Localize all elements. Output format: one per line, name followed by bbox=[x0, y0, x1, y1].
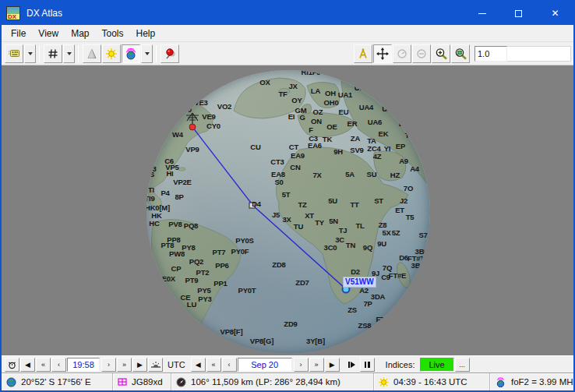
time-fwd-slow-button[interactable]: › bbox=[101, 358, 116, 372]
time-back-fast-button[interactable]: ◀ bbox=[20, 358, 35, 372]
alarm-button[interactable] bbox=[5, 358, 19, 372]
pause-icon bbox=[365, 362, 370, 368]
prefix-label-ZD7: ZD7 bbox=[295, 278, 309, 287]
grid-dropdown[interactable] bbox=[63, 44, 75, 63]
prefix-label-9H: 9H bbox=[333, 147, 343, 156]
pin-button[interactable] bbox=[161, 44, 179, 63]
prefix-label-SV9: SV9 bbox=[350, 146, 363, 154]
measure-button[interactable] bbox=[354, 44, 372, 63]
prefix-label-TI: TI bbox=[148, 185, 154, 194]
prefix-label-VP8[F]: VP8[F] bbox=[220, 327, 243, 336]
date-fwd-med-button[interactable]: » bbox=[309, 358, 324, 372]
menu-bar: File View Map Tools Help bbox=[2, 25, 573, 42]
globe-arcs-icon bbox=[124, 48, 138, 60]
menu-help[interactable]: Help bbox=[130, 26, 162, 41]
indices-more-button[interactable]: ... bbox=[455, 358, 470, 372]
date-back-med-button[interactable]: « bbox=[206, 358, 221, 372]
zoom-window-button[interactable] bbox=[451, 44, 470, 63]
date-field[interactable]: Sep 20 bbox=[238, 358, 292, 372]
prefix-label-ZD9: ZD9 bbox=[284, 320, 297, 328]
prefix-label-EP: EP bbox=[396, 142, 405, 150]
date-fwd-slow-button[interactable]: › bbox=[294, 358, 309, 372]
shrink-button[interactable] bbox=[412, 44, 431, 63]
rotate-button[interactable] bbox=[393, 44, 411, 63]
prefix-label-PT8: PT8 bbox=[161, 241, 175, 249]
prefix-label-9U: 9U bbox=[377, 239, 386, 248]
zoom-value-input[interactable] bbox=[474, 46, 507, 62]
title-bar[interactable]: DX DX Atlas ✕ bbox=[2, 2, 573, 25]
prefix-label-FT: FT bbox=[376, 315, 384, 323]
prefix-label-PP6: PP6 bbox=[215, 261, 228, 270]
prefix-label-YS: YS bbox=[146, 170, 154, 178]
labels-button[interactable] bbox=[5, 44, 23, 63]
time-back-med-button[interactable]: « bbox=[36, 358, 51, 372]
prefix-label-T5: T5 bbox=[406, 213, 414, 221]
ionosphere-button[interactable] bbox=[122, 44, 140, 63]
sunset-button[interactable] bbox=[148, 358, 163, 372]
prefix-label-EA9: EA9 bbox=[291, 151, 305, 160]
prefix-label-PQ8: PQ8 bbox=[184, 221, 198, 230]
prefix-label-PY0F: PY0F bbox=[231, 247, 249, 256]
time-fwd-med-button[interactable]: » bbox=[117, 358, 132, 372]
play-button[interactable] bbox=[344, 358, 359, 372]
prefix-label-VE9: VE9 bbox=[202, 112, 215, 121]
map-area[interactable]: RI1FJOXJXTFLAOHUA1UA3OYOH0GMOZEUUA4UNEIG… bbox=[2, 65, 573, 355]
pause-button[interactable] bbox=[360, 358, 375, 372]
prefix-label-UA1: UA1 bbox=[338, 90, 352, 99]
close-button[interactable]: ✕ bbox=[537, 2, 573, 25]
compass-divider-icon bbox=[357, 48, 369, 60]
prefix-label-OH0: OH0 bbox=[324, 98, 339, 107]
prefix-label-A4: A4 bbox=[410, 164, 419, 173]
azimuth-button[interactable] bbox=[83, 44, 101, 63]
time-control-bar: ◀ « ‹ 19:58 › » ▶ UTC ◀ « ‹ Sep 20 › » ▶… bbox=[2, 355, 573, 373]
date-fwd-fast-button[interactable]: ▶ bbox=[325, 358, 340, 372]
zoom-in-button[interactable] bbox=[432, 44, 450, 63]
prefix-label-ZS: ZS bbox=[347, 305, 357, 314]
menu-tools[interactable]: Tools bbox=[95, 26, 129, 41]
prefix-label-OY: OY bbox=[291, 96, 302, 104]
prefix-label-FT#E: FT#E bbox=[389, 271, 406, 280]
prefix-label-PT7: PT7 bbox=[213, 248, 226, 256]
prefix-label-J5: J5 bbox=[272, 210, 280, 219]
close-icon: ✕ bbox=[551, 9, 559, 18]
dx-station-label[interactable]: V51WW bbox=[343, 277, 376, 288]
sun-button[interactable] bbox=[102, 44, 121, 63]
time-fwd-fast-button[interactable]: ▶ bbox=[132, 358, 147, 372]
labels-dropdown[interactable] bbox=[24, 44, 36, 63]
prefix-label-ON: ON bbox=[311, 117, 322, 125]
status-sun-times: 04:39 - 16:43 UTC bbox=[374, 373, 490, 390]
pan-button[interactable] bbox=[373, 44, 392, 63]
indices-live-badge: Live bbox=[420, 358, 454, 372]
zoom-slider[interactable] bbox=[507, 46, 571, 62]
alarm-clock-icon bbox=[7, 360, 17, 369]
prefix-label-7P: 7P bbox=[363, 299, 372, 308]
globe[interactable]: RI1FJOXJXTFLAOHUA1UA3OYOH0GMOZEUUA4UNEIG… bbox=[146, 70, 430, 354]
prefix-label-7O: 7O bbox=[404, 184, 413, 192]
prefix-label-PY0S: PY0S bbox=[235, 236, 254, 245]
prefix-label-RI1FJ: RI1FJ bbox=[302, 70, 321, 76]
time-back-slow-button[interactable]: ‹ bbox=[51, 358, 66, 372]
prefix-label-3Y[B]: 3Y[B] bbox=[306, 337, 325, 345]
date-back-slow-button[interactable]: ‹ bbox=[222, 358, 237, 372]
prefix-label-TU: TU bbox=[294, 222, 303, 231]
rotate-icon-disabled bbox=[396, 48, 408, 60]
status-bar: 20°52' S 17°56' E JG89xd 106° 11,509 km … bbox=[2, 373, 573, 390]
grid-button[interactable] bbox=[44, 44, 62, 63]
prefix-label-CY0: CY0 bbox=[206, 122, 220, 130]
minimize-button[interactable] bbox=[464, 2, 500, 25]
prefix-label-XE: XE bbox=[146, 146, 154, 154]
time-field[interactable]: 19:58 bbox=[67, 358, 100, 372]
prefix-label-LU: LU bbox=[187, 300, 196, 309]
menu-file[interactable]: File bbox=[5, 26, 32, 41]
date-back-fast-button[interactable]: ◀ bbox=[191, 358, 206, 372]
prefix-label-5A: 5A bbox=[345, 170, 355, 178]
prefix-label-VO2: VO2 bbox=[217, 102, 231, 111]
prefix-label-TI9: TI9 bbox=[146, 194, 155, 203]
prefix-label-3C0: 3C0 bbox=[324, 243, 337, 252]
prefix-label-CN: CN bbox=[290, 163, 300, 171]
menu-map[interactable]: Map bbox=[65, 26, 95, 41]
ionosphere-dropdown[interactable] bbox=[141, 44, 153, 63]
prefix-label-SU: SU bbox=[367, 170, 377, 178]
maximize-button[interactable] bbox=[500, 2, 537, 25]
menu-view[interactable]: View bbox=[32, 26, 65, 41]
